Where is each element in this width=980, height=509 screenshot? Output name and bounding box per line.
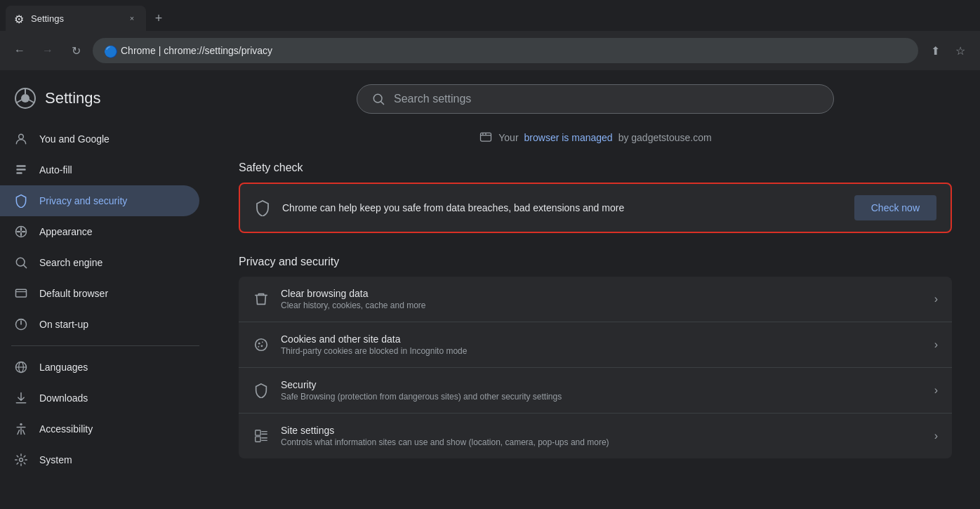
search-bar[interactable]: [357, 84, 834, 114]
safety-message: Chrome can help keep you safe from data …: [282, 202, 624, 213]
sidebar-label-default-browser: Default browser: [39, 288, 108, 299]
downloads-icon: [14, 391, 28, 405]
sidebar-label-autofill: Auto-fill: [39, 164, 72, 176]
sidebar-item-downloads[interactable]: Downloads: [0, 383, 199, 414]
svg-line-3: [29, 100, 34, 103]
reload-button[interactable]: ↻: [65, 39, 87, 62]
svg-point-20: [20, 423, 22, 425]
bookmark-button[interactable]: ☆: [949, 39, 972, 62]
back-button[interactable]: ←: [8, 39, 31, 62]
sidebar-item-on-startup[interactable]: On start-up: [0, 309, 199, 340]
managed-prefix: Your: [498, 132, 518, 143]
svg-point-1: [21, 94, 29, 103]
shield-nav-icon: [14, 194, 28, 208]
managed-icon: [479, 131, 493, 145]
check-now-button[interactable]: Check now: [854, 195, 936, 220]
startup-icon: [14, 317, 28, 331]
svg-point-29: [258, 343, 260, 345]
svg-point-32: [258, 346, 259, 348]
address-text: Chrome | chrome://settings/privacy: [121, 45, 272, 56]
languages-icon: [14, 360, 28, 374]
clear-browsing-data-item[interactable]: Clear browsing data Clear history, cooki…: [239, 277, 952, 322]
active-tab[interactable]: ⚙ Settings ×: [6, 6, 146, 31]
new-tab-button[interactable]: +: [149, 8, 168, 28]
chrome-logo-icon: [14, 87, 37, 110]
address-bar[interactable]: 🔵 Chrome | chrome://settings/privacy: [93, 38, 918, 63]
sidebar-item-languages[interactable]: Languages: [0, 352, 199, 383]
safety-check-card: Chrome can help keep you safe from data …: [239, 183, 952, 233]
safety-check-title: Safety check: [239, 161, 952, 174]
site-settings-icon: [253, 428, 270, 444]
chevron-right-icon-2: ›: [934, 338, 938, 351]
security-subtitle: Safe Browsing (protection from dangerous…: [281, 392, 923, 402]
tab-title: Settings: [31, 13, 121, 24]
svg-rect-6: [16, 165, 25, 167]
sidebar-item-you-and-google[interactable]: You and Google: [0, 124, 199, 154]
security-shield-icon: [253, 382, 270, 399]
sidebar-label-privacy: Privacy and security: [39, 195, 127, 206]
accessibility-icon: [14, 422, 28, 436]
clear-browsing-data-subtitle: Clear history, cookies, cache and more: [281, 300, 923, 310]
search-bar-icon: [371, 92, 385, 106]
managed-suffix: by gadgetstouse.com: [618, 132, 712, 143]
chevron-right-icon-3: ›: [934, 384, 938, 397]
trash-icon: [253, 291, 270, 308]
security-item[interactable]: Security Safe Browsing (protection from …: [239, 368, 952, 414]
sidebar-item-appearance[interactable]: Appearance: [0, 216, 199, 247]
tab-favicon: ⚙: [14, 13, 25, 24]
sidebar-label-you-and-google: You and Google: [39, 133, 110, 145]
address-favicon: 🔵: [104, 45, 115, 56]
privacy-settings-list: Clear browsing data Clear history, cooki…: [239, 277, 952, 458]
address-url: chrome://settings/privacy: [164, 45, 272, 56]
svg-line-11: [24, 265, 27, 268]
svg-point-31: [261, 345, 263, 347]
sidebar-item-accessibility[interactable]: Accessibility: [0, 414, 199, 444]
managed-banner: Your browser is managed by gadgetstouse.…: [239, 131, 952, 145]
site-settings-title: Site settings: [281, 425, 923, 436]
chevron-right-icon: ›: [934, 293, 938, 305]
address-site: Chrome: [121, 45, 156, 56]
sidebar-item-autofill[interactable]: Auto-fill: [0, 154, 199, 185]
svg-point-28: [256, 339, 267, 351]
appearance-icon: [14, 225, 28, 239]
sidebar-item-privacy-and-security[interactable]: Privacy and security: [0, 185, 199, 216]
clear-browsing-data-title: Clear browsing data: [281, 288, 923, 299]
security-title: Security: [281, 379, 923, 390]
sidebar-label-languages: Languages: [39, 362, 88, 373]
tab-close-button[interactable]: ×: [126, 13, 138, 24]
main-content: Your browser is managed by gadgetstouse.…: [211, 70, 980, 509]
safety-check-content: Chrome can help keep you safe from data …: [254, 199, 624, 216]
privacy-section-title: Privacy and security: [239, 256, 952, 268]
settings-page-title: Settings: [45, 89, 101, 107]
sidebar-item-default-browser[interactable]: Default browser: [0, 278, 199, 309]
settings-header: Settings: [0, 81, 211, 124]
site-settings-item[interactable]: Site settings Controls what information …: [239, 414, 952, 458]
chevron-right-icon-4: ›: [934, 430, 938, 442]
managed-link[interactable]: browser is managed: [524, 132, 613, 143]
person-icon: [14, 132, 28, 146]
autofill-icon: [14, 163, 28, 177]
privacy-section: Privacy and security Clear browsing data…: [239, 256, 952, 458]
sidebar-item-search-engine[interactable]: Search engine: [0, 247, 199, 278]
site-settings-content: Site settings Controls what information …: [281, 425, 923, 447]
share-button[interactable]: ⬆: [924, 39, 946, 62]
svg-point-30: [262, 341, 263, 343]
sidebar-item-system[interactable]: System: [0, 444, 199, 475]
svg-rect-8: [16, 172, 22, 174]
svg-rect-33: [256, 430, 260, 435]
cookies-item[interactable]: Cookies and other site data Third-party …: [239, 322, 952, 368]
cookies-icon: [253, 336, 270, 353]
sidebar-label-appearance: Appearance: [39, 226, 93, 237]
site-settings-subtitle: Controls what information sites can use …: [281, 437, 923, 447]
sidebar-label-accessibility: Accessibility: [39, 423, 93, 435]
clear-browsing-data-content: Clear browsing data Clear history, cooki…: [281, 288, 923, 310]
search-input[interactable]: [394, 93, 819, 105]
sidebar-label-search-engine: Search engine: [39, 257, 102, 268]
svg-rect-7: [16, 168, 25, 171]
sidebar-label-on-startup: On start-up: [39, 319, 88, 330]
cookies-subtitle: Third-party cookies are blocked in Incog…: [281, 346, 923, 356]
forward-button[interactable]: →: [37, 39, 59, 62]
cookies-title: Cookies and other site data: [281, 333, 923, 345]
safety-shield-icon: [254, 199, 271, 216]
svg-line-4: [17, 100, 22, 103]
